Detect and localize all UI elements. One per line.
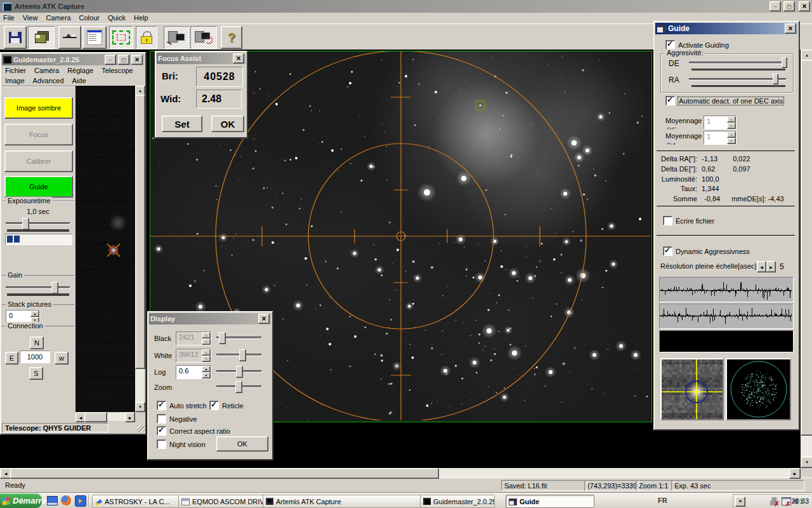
menu-camera[interactable]: Caméra: [31, 65, 64, 76]
firefox-icon[interactable]: [61, 495, 71, 505]
write-file-checkbox[interactable]: [663, 216, 672, 225]
ra-slider[interactable]: [689, 74, 787, 84]
help-button[interactable]: ?: [221, 26, 242, 49]
de-slider-thumb[interactable]: [782, 57, 787, 68]
subframe-button[interactable]: [109, 26, 133, 49]
spin-down-icon[interactable]: ▼: [202, 338, 211, 345]
spin-down-icon[interactable]: ▼: [727, 138, 736, 144]
menu-advanced[interactable]: Advanced: [30, 76, 69, 86]
save-button[interactable]: [4, 26, 27, 49]
vscroll-thumb[interactable]: [801, 60, 812, 436]
white-slider-thumb[interactable]: [239, 349, 246, 361]
spin-down-icon[interactable]: ▼: [727, 123, 736, 129]
spin-up-icon[interactable]: ▲: [30, 311, 39, 317]
white-slider[interactable]: [216, 349, 262, 360]
zoom-slider-thumb[interactable]: [235, 381, 242, 393]
exposure-slider[interactable]: [6, 218, 70, 229]
menu-help[interactable]: Help: [131, 13, 154, 23]
display-title-bar[interactable]: Display: [149, 313, 271, 324]
language-indicator[interactable]: FR: [658, 497, 667, 504]
spin-up-icon[interactable]: ▲: [202, 332, 211, 338]
dark-frame-button[interactable]: Image sombre: [4, 97, 73, 119]
menu-telescope[interactable]: Telescope: [98, 65, 138, 76]
scroll-right-icon[interactable]: ▶: [125, 412, 135, 422]
menu-view[interactable]: View: [20, 13, 43, 23]
close-icon[interactable]: [799, 1, 810, 11]
guide-button[interactable]: Guide: [4, 176, 73, 197]
capture-list-button[interactable]: [82, 26, 107, 49]
menu-camera[interactable]: Camera: [43, 13, 75, 23]
resolution-left-icon[interactable]: ◀: [757, 261, 766, 272]
menu-image[interactable]: Image: [2, 76, 30, 86]
media-player-icon[interactable]: [75, 495, 86, 507]
spin-up-icon[interactable]: ▲: [202, 349, 211, 356]
scroll-down-icon[interactable]: ▼: [135, 402, 145, 412]
dynamic-aggr-checkbox[interactable]: [663, 246, 672, 256]
reticle-checkbox[interactable]: [209, 401, 219, 410]
auto-stretch-checkbox[interactable]: [157, 401, 166, 410]
hscroll-thumb[interactable]: [10, 468, 439, 479]
resize-grip[interactable]: [137, 425, 145, 432]
activate-guiding-checkbox[interactable]: [665, 40, 675, 50]
main-vscrollbar[interactable]: ▲ ▼: [801, 50, 812, 468]
de-slider[interactable]: [689, 57, 787, 67]
spin-up-icon[interactable]: ▲: [727, 116, 736, 123]
spin-up-icon[interactable]: ▲: [727, 131, 736, 138]
task-artemis[interactable]: Artemis ATK Capture: [263, 495, 424, 508]
main-hscrollbar[interactable]: ◀ ▶: [0, 468, 801, 478]
night-vision-checkbox[interactable]: [157, 439, 166, 449]
minimize-icon[interactable]: [105, 55, 116, 65]
black-slider[interactable]: [216, 332, 262, 343]
camera-capture-button[interactable]: [164, 26, 189, 49]
black-slider-thumb[interactable]: [219, 332, 226, 344]
camera-loop-button[interactable]: [190, 26, 217, 49]
task-guide[interactable]: Guide: [506, 495, 594, 508]
east-button[interactable]: E: [5, 352, 18, 364]
calibrate-button[interactable]: Calibrer: [4, 150, 73, 172]
white-spinner[interactable]: 39612 ▲▼: [176, 349, 211, 363]
show-desktop-icon[interactable]: [47, 496, 58, 505]
levels-button[interactable]: [58, 26, 81, 49]
start-button[interactable]: Démarrer: [0, 493, 42, 508]
south-button[interactable]: S: [29, 367, 43, 380]
gain-slider-thumb[interactable]: [51, 282, 58, 294]
resolution-right-icon[interactable]: ▶: [766, 261, 776, 272]
ok-button[interactable]: OK: [211, 116, 244, 132]
menu-fichier[interactable]: Fichier: [2, 65, 31, 76]
averaging-ra-spinner[interactable]: 1 ▲▼: [704, 131, 737, 145]
log-spinner[interactable]: 0.6 ▲▼: [176, 365, 211, 379]
focus-assist-title-bar[interactable]: Focus Assist: [157, 53, 246, 64]
close-icon[interactable]: [785, 23, 796, 34]
zoom-slider[interactable]: [216, 381, 262, 392]
lock-button[interactable]: t: [136, 26, 157, 49]
averaging-de-spinner[interactable]: 1 ▲▼: [704, 116, 737, 130]
guidemaster-title-bar[interactable]: Guidemaster_2.0.25: [2, 54, 144, 65]
menu-reglage[interactable]: Réglage: [64, 65, 98, 76]
negative-checkbox[interactable]: [157, 414, 166, 424]
log-slider-thumb[interactable]: [236, 366, 243, 378]
gain-slider[interactable]: [6, 282, 70, 293]
scroll-down-icon[interactable]: ▼: [801, 457, 812, 468]
menu-aide[interactable]: Aide: [69, 76, 91, 86]
north-button[interactable]: N: [30, 337, 44, 349]
guider-hscrollbar[interactable]: ◀ ▶: [75, 412, 135, 421]
spin-down-icon[interactable]: ▼: [202, 372, 211, 378]
close-icon[interactable]: [131, 55, 143, 65]
guide-title-bar[interactable]: Guide: [655, 23, 797, 34]
guider-image-canvas[interactable]: [75, 86, 135, 412]
hscroll-thumb[interactable]: [84, 412, 107, 422]
ok-button[interactable]: OK: [216, 436, 268, 451]
ra-slider-thumb[interactable]: [773, 74, 778, 84]
spin-down-icon[interactable]: ▼: [202, 356, 211, 362]
menu-file[interactable]: File: [0, 13, 20, 23]
guider-image-panel[interactable]: [75, 86, 135, 412]
west-button[interactable]: w: [55, 352, 69, 364]
set-button[interactable]: Set: [162, 116, 202, 132]
task-astrosky[interactable]: ASTROSKY - LA C...: [92, 495, 183, 508]
task-eqmod[interactable]: EQMOD ASCOM DRIVER: [178, 495, 267, 508]
guider-vscrollbar[interactable]: ▲ ▼: [135, 86, 144, 412]
focus-button[interactable]: Focus: [4, 124, 73, 145]
auto-deact-checkbox[interactable]: [665, 96, 675, 105]
close-icon[interactable]: [233, 53, 244, 64]
tray-expand-icon[interactable]: «: [735, 497, 745, 507]
